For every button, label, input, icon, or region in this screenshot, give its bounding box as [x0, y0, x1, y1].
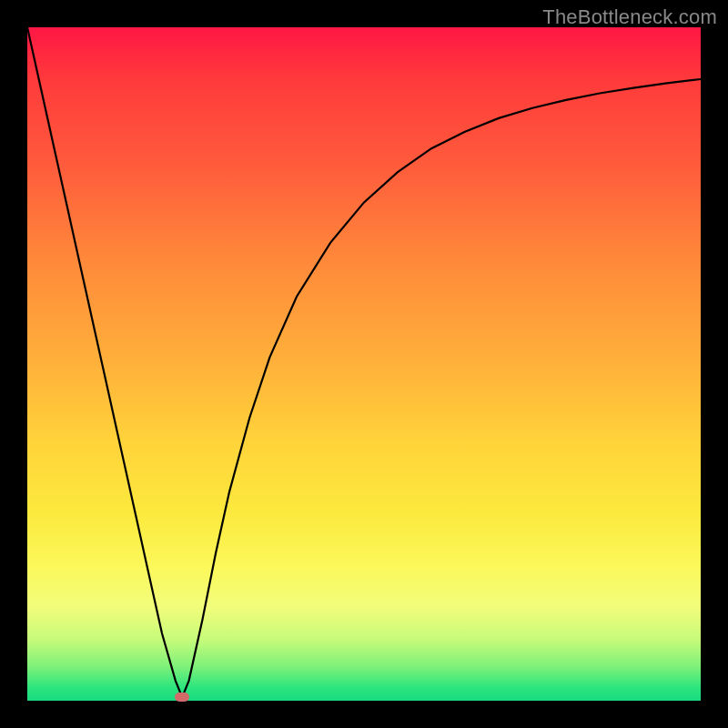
curve-svg: [27, 27, 701, 701]
bottleneck-curve: [27, 27, 701, 697]
optimum-marker: [175, 693, 189, 702]
watermark-text: TheBottleneck.com: [542, 5, 717, 29]
plot-area: [27, 27, 701, 701]
chart-frame: TheBottleneck.com: [0, 0, 728, 728]
